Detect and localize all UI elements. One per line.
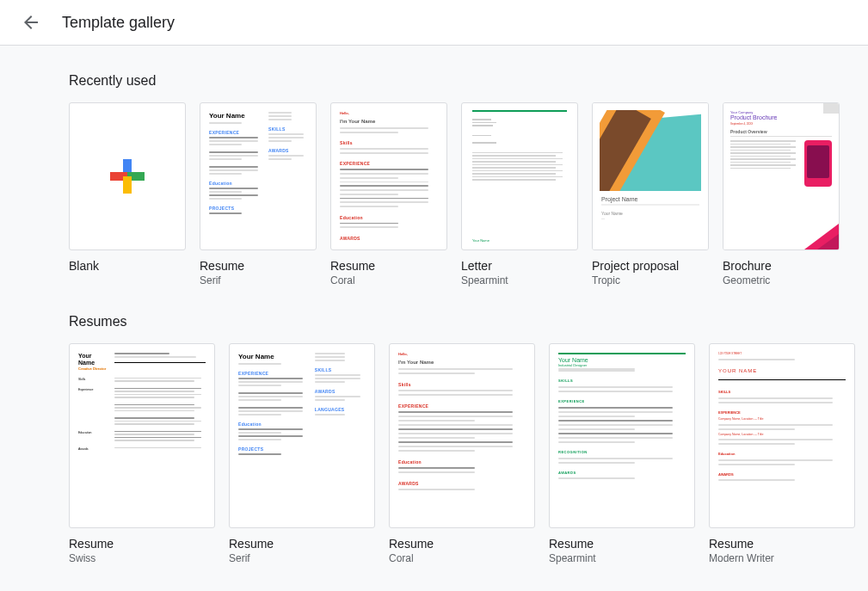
card-subtitle: Spearmint [549, 552, 695, 564]
card-title: Resume [330, 259, 447, 273]
template-card-letter-spearmint[interactable]: Your Name Letter Spearmint [461, 102, 578, 286]
back-button[interactable] [21, 12, 41, 33]
template-card-blank[interactable]: Blank [69, 102, 186, 286]
header: Template gallery [0, 0, 868, 46]
template-card-resume-spearmint[interactable]: Your Name Industrial Designer SKILLS EXP… [549, 343, 695, 564]
template-card-resume-modern-writer[interactable]: 123 YOUR STREET YOUR NAME SKILLS EXPERIE… [709, 343, 855, 564]
card-title: Resume [229, 537, 375, 551]
card-subtitle: Coral [389, 552, 535, 564]
template-thumb: Hello, I'm Your Name Skills EXPERIENCE E… [389, 343, 535, 528]
card-title: Resume [549, 537, 695, 551]
template-thumb: Hello, I'm Your Name Skills EXPERIENCE E… [330, 102, 447, 250]
card-subtitle: Serif [229, 552, 375, 564]
card-subtitle: Serif [200, 274, 317, 286]
template-card-resume-coral[interactable]: Hello, I'm Your Name Skills EXPERIENCE E… [330, 102, 447, 286]
template-card-resume-coral-2[interactable]: Hello, I'm Your Name Skills EXPERIENCE E… [389, 343, 535, 564]
card-title: Brochure [723, 259, 840, 273]
plus-icon [110, 159, 145, 194]
template-thumb: Your Name EXPERIENCE Education [229, 343, 375, 528]
template-card-resume-serif[interactable]: Your Name EXPERIENCE Education [200, 102, 317, 286]
template-thumb: Your Name EXPERIENCE Education [200, 102, 317, 250]
card-subtitle: Modern Writer [709, 552, 855, 564]
resumes-grid: YourName Creative Director Skills Ex [69, 343, 834, 564]
template-thumb: Your Name [461, 102, 578, 250]
card-title: Project proposal [592, 259, 709, 273]
template-card-resume-swiss[interactable]: YourName Creative Director Skills Ex [69, 343, 215, 564]
template-thumb: YourName Creative Director Skills Ex [69, 343, 215, 528]
card-subtitle: Tropic [592, 274, 709, 286]
template-card-brochure[interactable]: Your Company Product Brochure September … [723, 102, 840, 286]
card-title: Resume [389, 537, 535, 551]
card-subtitle: Coral [330, 274, 447, 286]
card-title: Resume [69, 537, 215, 551]
card-subtitle: Swiss [69, 552, 215, 564]
arrow-left-icon [21, 12, 41, 33]
section-title-resumes: Resumes [69, 314, 834, 329]
template-thumb: Project Name Your Name — [592, 102, 709, 250]
section-title-recent: Recently used [69, 73, 834, 89]
recent-grid: Blank Your Name EXPERIENCE [69, 102, 834, 286]
template-thumb: 123 YOUR STREET YOUR NAME SKILLS EXPERIE… [709, 343, 855, 528]
template-thumb: Your Company Product Brochure September … [723, 102, 840, 250]
card-title: Resume [200, 259, 317, 273]
template-card-project-proposal[interactable]: Project Name Your Name — Project proposa… [592, 102, 709, 286]
card-title: Letter [461, 259, 578, 273]
content: Recently used Blank Your Name [0, 46, 868, 591]
card-subtitle: Geometric [723, 274, 840, 286]
template-thumb [69, 102, 186, 250]
page-title: Template gallery [62, 14, 175, 32]
card-subtitle: Spearmint [461, 274, 578, 286]
card-title: Resume [709, 537, 855, 551]
template-thumb: Your Name Industrial Designer SKILLS EXP… [549, 343, 695, 528]
template-card-resume-serif-2[interactable]: Your Name EXPERIENCE Education [229, 343, 375, 564]
card-title: Blank [69, 259, 186, 273]
